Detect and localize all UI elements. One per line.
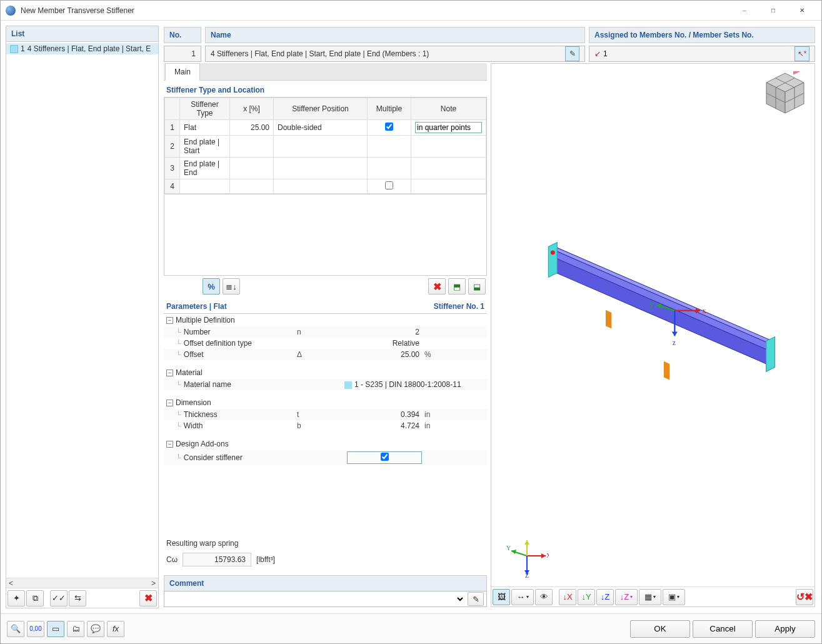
param-material-name[interactable]: └Material name1 - S235 | DIN 18800-1:200… [164, 379, 487, 390]
vp-view-style-button[interactable]: ▦ [639, 589, 661, 605]
viewport-toolbar: 🖼 ↔ 👁 ↓X ↓Y ↓Z ↓Z ▦ ▣ ↺✖ [491, 586, 814, 606]
col-position: Stiffener Position [274, 98, 368, 120]
tree-view-button[interactable]: 🗂 [67, 621, 84, 637]
viewport-panel: x y z X Y Z [491, 63, 815, 607]
formula-button[interactable]: fx [107, 621, 124, 637]
note-input[interactable] [415, 122, 482, 133]
stiffener-row[interactable]: 3 End plate | End [165, 158, 486, 179]
minimize-button[interactable]: – [730, 1, 759, 21]
import-excel-button[interactable]: ⬒ [448, 278, 466, 294]
svg-text:Z: Z [525, 572, 529, 578]
vp-axis-z-button[interactable]: ↓Z [596, 589, 614, 605]
sort-icon: ≣↓ [226, 282, 237, 291]
new-icon: ✦ [13, 593, 20, 603]
cursor-pick-icon: ↖* [798, 49, 807, 58]
grid-delete-button[interactable]: ✖ [428, 278, 446, 294]
svg-marker-10 [551, 256, 769, 365]
group-multiple-definition[interactable]: −Multiple Definition [164, 314, 487, 326]
list-header: List [6, 26, 158, 42]
layers-button[interactable]: ▭ [47, 621, 64, 637]
messages-button[interactable]: 💬 [87, 621, 104, 637]
excel-in-icon: ⬒ [453, 282, 461, 291]
close-button[interactable]: ✕ [788, 1, 816, 21]
comment-select[interactable] [167, 592, 465, 606]
top-field-row: No. 1 Name ✎ Assigned to Members No. / M… [163, 26, 816, 63]
list-item-text: 4 Stiffeners | Flat, End plate | Start, … [28, 44, 151, 53]
multiple-checkbox[interactable] [385, 123, 393, 131]
vp-axis-y-button[interactable]: ↓Y [578, 589, 595, 605]
vp-render-button[interactable]: ▣ [663, 589, 685, 605]
export-excel-button[interactable]: ⬓ [468, 278, 486, 294]
multiple-checkbox[interactable] [385, 181, 393, 189]
copy-item-button[interactable]: ⧉ [26, 590, 44, 606]
delete-item-button[interactable]: ✖ [139, 590, 157, 606]
name-edit-button[interactable]: ✎ [565, 46, 579, 61]
stiffener-grid[interactable]: Stiffener Type x [%] Stiffener Position … [164, 97, 487, 194]
list-item[interactable]: 1 4 Stiffeners | Flat, End plate | Start… [6, 43, 158, 54]
tab-bar: Main [164, 63, 487, 81]
member-icon: ↙ [594, 49, 601, 58]
swap-button[interactable]: ⇆ [69, 590, 86, 606]
assign-input[interactable] [603, 49, 792, 58]
tab-main[interactable]: Main [165, 63, 200, 81]
vp-axis-x-button[interactable]: ↓X [559, 589, 576, 605]
collapse-icon[interactable]: − [166, 441, 173, 448]
name-input[interactable] [211, 49, 563, 58]
cancel-button[interactable]: Cancel [693, 620, 753, 638]
assign-field[interactable]: ↙ ↖* [589, 46, 815, 62]
ok-button[interactable]: OK [630, 620, 690, 638]
maximize-button[interactable]: □ [759, 1, 788, 21]
comment-section: Comment ✎ [164, 575, 487, 607]
svg-text:y: y [650, 300, 654, 308]
consider-stiffener-checkbox[interactable] [381, 453, 389, 461]
pencil-icon: ✎ [569, 49, 576, 58]
vp-isometric-button[interactable]: ↓Z [615, 589, 638, 605]
excel-out-icon: ⬓ [473, 282, 481, 291]
viewport-canvas[interactable]: x y z X Y Z [491, 64, 814, 586]
reset-icon: ↺✖ [796, 591, 813, 603]
comment-label: Comment [164, 575, 487, 591]
collapse-icon[interactable]: − [166, 400, 173, 406]
collapse-icon[interactable]: − [166, 370, 173, 376]
param-width[interactable]: └Widthb4.724in [164, 420, 487, 431]
group-dimension[interactable]: −Dimension [164, 396, 487, 409]
param-number[interactable]: └Numbern2 [164, 326, 487, 338]
stiffener-row[interactable]: 2 End plate | Start [165, 136, 486, 158]
parameters-title: Parameters | Flat Stiffener No. 1 [164, 297, 487, 313]
percent-toggle-button[interactable]: % [203, 278, 220, 294]
copy-icon: ⧉ [33, 593, 38, 603]
global-axis-widget[interactable]: X Y Z [505, 534, 549, 578]
list-item-number: 1 [21, 44, 25, 53]
no-field[interactable]: 1 [164, 46, 201, 62]
new-item-button[interactable]: ✦ [8, 590, 25, 606]
sort-button[interactable]: ≣↓ [223, 278, 240, 294]
stiffener-row[interactable]: 4 [165, 179, 486, 194]
validate-button[interactable]: ✓✓ [50, 590, 68, 606]
param-offset[interactable]: └OffsetΔ25.00% [164, 349, 487, 360]
vp-zoom-extents-button[interactable]: 👁 [535, 589, 553, 605]
name-label: Name [205, 27, 585, 43]
param-offset-type[interactable]: └Offset definition typeRelative [164, 338, 487, 349]
svg-marker-34 [524, 540, 529, 545]
param-thickness[interactable]: └Thicknesst0.394in [164, 409, 487, 420]
list-hscroll[interactable]: <> [6, 578, 158, 588]
svg-rect-16 [664, 361, 669, 380]
apply-button[interactable]: Apply [755, 620, 815, 638]
navigation-cube[interactable] [763, 71, 807, 115]
vp-reset-button[interactable]: ↺✖ [796, 589, 813, 605]
vp-display-button[interactable]: 🖼 [493, 589, 510, 605]
help-button[interactable]: 🔍 [7, 621, 24, 637]
group-material[interactable]: −Material [164, 366, 487, 379]
collapse-icon[interactable]: − [166, 317, 173, 324]
name-field[interactable]: ✎ [205, 46, 585, 62]
no-label: No. [164, 27, 201, 43]
percent-icon: % [208, 282, 215, 291]
group-design-addons[interactable]: −Design Add-ons [164, 438, 487, 450]
units-button[interactable]: 0,00 [27, 621, 44, 637]
vp-units-button[interactable]: ↔ [511, 589, 534, 605]
stiffener-row[interactable]: 1 Flat 25.00 Double-sided [165, 120, 486, 136]
comment-edit-button[interactable]: ✎ [468, 592, 484, 606]
svg-marker-30 [511, 550, 516, 554]
param-consider-stiffener[interactable]: └Consider stiffener [164, 450, 487, 465]
pick-member-button[interactable]: ↖* [794, 46, 809, 61]
